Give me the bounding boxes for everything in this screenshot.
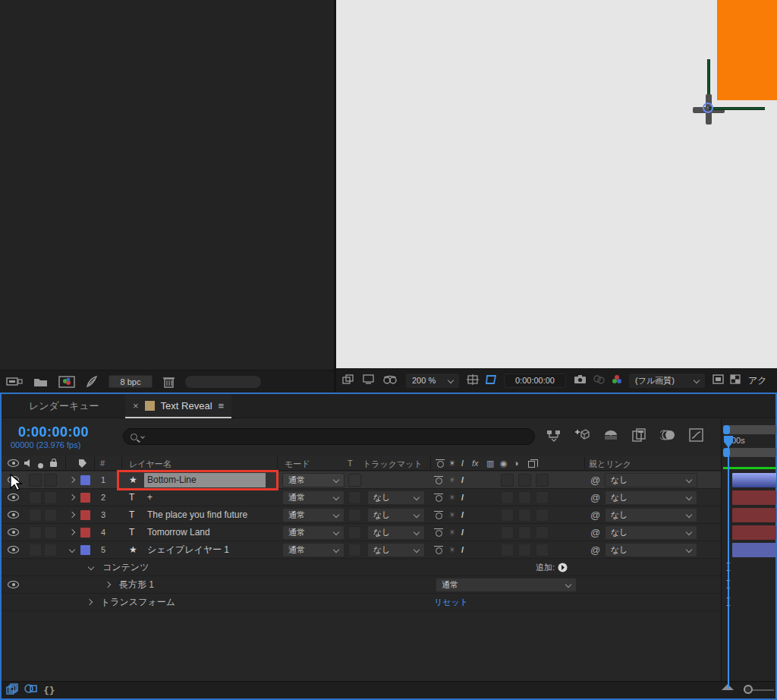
- expand-in-out-columns-icon[interactable]: {}: [43, 685, 55, 696]
- rectangle-blend-dropdown[interactable]: 通常: [436, 578, 577, 592]
- snapshot-icon[interactable]: [574, 374, 587, 386]
- layer-3-matte-dropdown[interactable]: なし: [367, 508, 425, 522]
- contents-expander[interactable]: [88, 564, 94, 570]
- shy-toggle-icon[interactable]: [603, 429, 618, 441]
- layer-row-5[interactable]: 5 ★ シェイプレイヤー 1 通常 なし ☀ / @ なし: [2, 541, 721, 559]
- mask-visibility-icon[interactable]: [383, 375, 397, 386]
- video-column-icon[interactable]: [8, 459, 19, 467]
- layer-5-expander[interactable]: [69, 547, 75, 553]
- layer-4-duration-bar[interactable]: [732, 525, 776, 540]
- layer-4-matte-dropdown[interactable]: なし: [367, 525, 425, 540]
- expand-transfer-controls-icon[interactable]: [24, 683, 37, 698]
- layer-1-name-edit[interactable]: Bottom-Line: [144, 473, 266, 487]
- grid-guides-icon[interactable]: [467, 374, 479, 387]
- new-folder-icon[interactable]: [33, 377, 48, 387]
- region-of-interest-icon[interactable]: [485, 374, 498, 387]
- layer-4-pick-whip-icon[interactable]: @: [590, 524, 600, 541]
- resolution-dropdown[interactable]: (フル画質): [629, 374, 705, 388]
- transform-expander[interactable]: [87, 599, 93, 605]
- tab-menu-icon[interactable]: ≡: [219, 400, 225, 411]
- bpc-button[interactable]: 8 bpc: [109, 375, 153, 388]
- layer-3-parent-dropdown[interactable]: なし: [605, 508, 697, 522]
- layer-row-2[interactable]: 2 T + 通常 なし ☀ / @ なし: [2, 489, 721, 506]
- motion-blur-icon[interactable]: [660, 429, 675, 441]
- contents-property-row[interactable]: コンテンツ 追加:: [2, 559, 721, 576]
- expand-layer-switches-icon[interactable]: [6, 683, 18, 698]
- timeline-search-input[interactable]: [123, 428, 535, 445]
- frame-blend-switch-icon[interactable]: ▥: [486, 459, 494, 468]
- rectangle-label[interactable]: 長方形 1: [119, 576, 154, 593]
- layer-2-matte-dropdown[interactable]: なし: [367, 490, 425, 505]
- layer-3-mode-dropdown[interactable]: 通常: [282, 508, 344, 522]
- layer-1-duration-bar[interactable]: [732, 473, 776, 487]
- layer-row-1[interactable]: 1 ★ Bottom-Line 通常 ☀ / @ なし: [2, 471, 721, 489]
- add-arrow-icon[interactable]: [558, 563, 568, 572]
- trash-icon[interactable]: [163, 376, 175, 388]
- layer-4-visibility-toggle[interactable]: [8, 528, 19, 536]
- composition-canvas[interactable]: [336, 0, 777, 368]
- layer-3-pick-whip-icon[interactable]: @: [590, 506, 600, 523]
- project-settings-icon[interactable]: [86, 376, 98, 388]
- layer-5-matte-dropdown[interactable]: なし: [367, 543, 425, 557]
- playhead-line[interactable]: [728, 438, 729, 689]
- rectangle-visibility-toggle[interactable]: [8, 581, 19, 588]
- parent-link-column-label[interactable]: 親とリンク: [589, 459, 631, 470]
- layer-4-name[interactable]: Tomorrow Land: [147, 524, 210, 541]
- layer-5-pick-whip-icon[interactable]: @: [590, 541, 600, 558]
- new-composition-icon[interactable]: [58, 376, 75, 388]
- layer-2-mode-dropdown[interactable]: 通常: [282, 490, 344, 505]
- draft-3d-icon[interactable]: [574, 428, 590, 442]
- layer-2-parent-dropdown[interactable]: なし: [605, 490, 697, 505]
- layer-4-expander[interactable]: [69, 529, 75, 535]
- layer-row-4[interactable]: 4 T Tomorrow Land 通常 なし ☀ / @ なし: [2, 524, 721, 541]
- track-matte-column-label[interactable]: トラックマット: [363, 459, 423, 470]
- layer-3-expander[interactable]: [69, 512, 75, 518]
- layer-5-duration-bar[interactable]: [732, 543, 776, 557]
- adjustment-switch-icon[interactable]: ◑: [514, 459, 519, 468]
- layer-5-mode-dropdown[interactable]: 通常: [282, 543, 344, 557]
- solo-column-icon[interactable]: [38, 463, 43, 468]
- reset-link[interactable]: リセット: [434, 594, 468, 610]
- layer-4-mode-dropdown[interactable]: 通常: [282, 525, 344, 540]
- always-preview-icon[interactable]: [342, 374, 354, 386]
- preserve-transparency-label[interactable]: T: [348, 459, 353, 468]
- transform-label[interactable]: トランスフォーム: [101, 594, 175, 610]
- layer-3-duration-bar[interactable]: [732, 508, 776, 522]
- layer-2-duration-bar[interactable]: [732, 490, 776, 505]
- magnification-dropdown[interactable]: 200 %: [406, 374, 459, 388]
- tab-render-queue[interactable]: レンダーキュー: [17, 394, 112, 418]
- viewer-timecode[interactable]: 0:00:00:00: [504, 374, 566, 388]
- target-region-icon[interactable]: [713, 374, 724, 386]
- current-timecode[interactable]: 0:00:00:00: [18, 424, 89, 440]
- graph-editor-icon[interactable]: [689, 428, 703, 442]
- mini-flowchart-icon[interactable]: [546, 429, 561, 442]
- layer-5-label-color[interactable]: [80, 545, 90, 555]
- add-property-control[interactable]: 追加:: [536, 559, 568, 575]
- shy-switch-icon[interactable]: [436, 459, 445, 468]
- layer-2-pick-whip-icon[interactable]: @: [590, 489, 600, 506]
- rasterize-switch-icon[interactable]: ☀: [448, 459, 456, 468]
- show-channel-icon[interactable]: [611, 374, 623, 387]
- playhead-handle[interactable]: [722, 434, 735, 452]
- layer-1-pick-whip-icon[interactable]: @: [590, 471, 600, 488]
- audio-column-icon[interactable]: [24, 459, 33, 469]
- layer-5-parent-dropdown[interactable]: なし: [605, 543, 697, 557]
- effects-switch-icon[interactable]: fx: [472, 459, 479, 468]
- main-window-icon[interactable]: [363, 374, 374, 386]
- motion-blur-switch-icon[interactable]: ◉: [500, 459, 508, 468]
- orange-shape-rect[interactable]: [717, 0, 777, 100]
- layer-5-visibility-toggle[interactable]: [8, 546, 19, 553]
- layer-1-label-color[interactable]: [80, 475, 90, 485]
- tab-text-reveal[interactable]: × Text Reveal ≡: [125, 394, 231, 418]
- contents-label[interactable]: コンテンツ: [102, 559, 149, 575]
- label-column-icon[interactable]: [77, 459, 87, 470]
- layer-3-name[interactable]: The place you find future: [147, 506, 247, 523]
- interpret-footage-icon[interactable]: [6, 376, 23, 387]
- layer-1-expander[interactable]: [69, 477, 75, 483]
- timeline-zoom-slider-knob[interactable]: [744, 685, 753, 694]
- transform-property-row[interactable]: トランスフォーム リセット: [2, 594, 721, 611]
- tab-close-icon[interactable]: ×: [133, 400, 139, 411]
- index-column-label[interactable]: #: [100, 459, 105, 468]
- transparency-grid-icon[interactable]: [730, 374, 741, 386]
- quality-switch-icon[interactable]: /: [461, 459, 464, 468]
